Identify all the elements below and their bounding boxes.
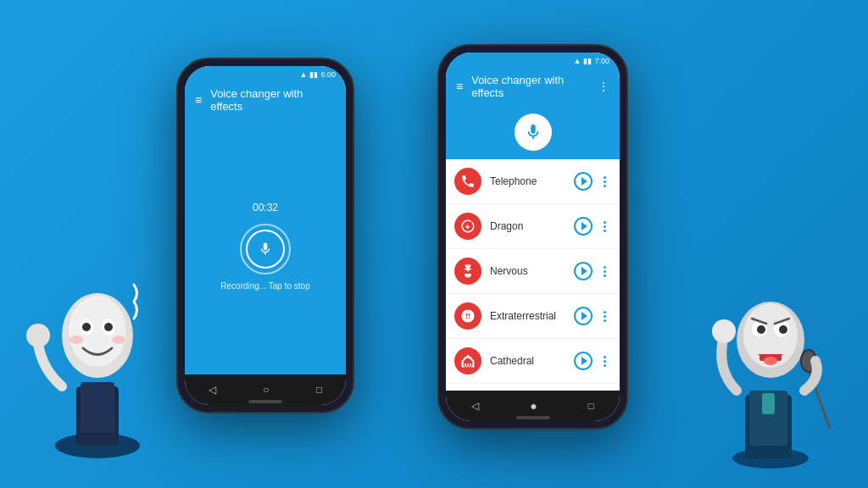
effect-icon-cathedral [454, 347, 481, 374]
effect-item-telephone[interactable]: Telephone [446, 159, 620, 204]
status-icons-1: ▲▮▮ 6:00 [300, 70, 336, 79]
effect-item-dragon[interactable]: Dragon [446, 204, 620, 249]
cathedral-icon [460, 353, 476, 369]
time-2: 7:00 [594, 57, 609, 65]
mic-top-icon [524, 123, 542, 141]
effect-name-extraterrestrial: Extraterrestrial [490, 310, 565, 322]
mascot-left [25, 251, 170, 463]
nav-home-1[interactable]: ○ [263, 384, 269, 396]
effect-item-cyborg[interactable]: Cyborg [446, 384, 620, 391]
app-bar-1: ≡ Voice changer with effects [185, 83, 346, 117]
mic-circle[interactable] [240, 224, 291, 274]
play-btn-extraterrestrial[interactable] [574, 307, 593, 325]
recording-status: Recording... Tap to stop [220, 281, 309, 291]
more-btn-dragon[interactable] [598, 221, 611, 232]
dragon-icon [460, 219, 476, 234]
effect-name-nervous: Nervous [490, 265, 565, 277]
effect-icon-extraterrestrial [454, 302, 481, 330]
nav-home-2[interactable]: ● [530, 399, 537, 413]
svg-rect-2 [81, 382, 114, 433]
svg-point-20 [757, 325, 765, 334]
effect-actions-cathedral [574, 352, 611, 370]
svg-point-21 [779, 325, 787, 334]
effect-icon-telephone [454, 168, 481, 195]
phone-icon [460, 174, 476, 189]
more-options-icon[interactable]: ⋮ [598, 80, 609, 93]
phone-2: ▲▮▮ 7:00 ≡ Voice changer with effects ⋮ [437, 44, 628, 430]
more-btn-telephone[interactable] [598, 176, 611, 187]
effect-item-cathedral[interactable]: Cathedral [446, 339, 620, 384]
mic-top-section [446, 103, 620, 159]
effect-icon-dragon [454, 213, 481, 240]
play-btn-cathedral[interactable] [574, 352, 593, 370]
status-bar-2: ▲▮▮ 7:00 [446, 53, 620, 69]
more-btn-nervous[interactable] [598, 266, 611, 277]
recording-screen: 00:32 Recording... Tap to stop [185, 117, 346, 374]
speaker-2 [516, 416, 550, 419]
svg-point-11 [26, 324, 50, 347]
effect-actions-nervous [574, 262, 611, 280]
nav-recents-2[interactable]: □ [588, 400, 594, 412]
play-btn-telephone[interactable] [574, 172, 593, 191]
speaker-1 [248, 400, 282, 403]
app-title-2: Voice changer with effects [471, 74, 589, 99]
svg-rect-15 [762, 393, 775, 414]
svg-point-4 [69, 296, 126, 367]
phone-1: ▲▮▮ 6:00 ≡ Voice changer with effects 00… [176, 58, 354, 413]
effect-actions-dragon [574, 217, 611, 236]
play-btn-dragon[interactable] [574, 217, 593, 236]
svg-point-29 [712, 319, 736, 343]
mic-top-circle[interactable] [515, 114, 552, 151]
nav-back-1[interactable]: ◁ [209, 384, 216, 396]
svg-point-10 [112, 336, 125, 344]
mic-icon [258, 241, 273, 257]
svg-point-8 [104, 323, 113, 331]
play-btn-nervous[interactable] [574, 262, 593, 280]
effect-item-extraterrestrial[interactable]: Extraterrestrial [446, 294, 620, 339]
effect-actions-telephone [574, 172, 611, 191]
effect-actions-extraterrestrial [574, 307, 611, 325]
menu-icon-1[interactable]: ≡ [195, 93, 202, 107]
mascot-right [698, 259, 843, 471]
alien-icon [460, 308, 476, 324]
svg-point-7 [82, 323, 91, 331]
more-btn-extraterrestrial[interactable] [598, 311, 611, 322]
effect-icon-nervous [454, 258, 481, 285]
mic-circle-inner [246, 230, 285, 269]
effects-list: Telephone Dragon [446, 159, 620, 391]
effect-name-cathedral: Cathedral [490, 355, 565, 367]
nav-recents-1[interactable]: □ [316, 384, 322, 396]
effect-name-telephone: Telephone [490, 175, 565, 187]
recording-timer: 00:32 [253, 202, 278, 214]
effect-name-dragon: Dragon [490, 220, 565, 232]
app-bar-2: ≡ Voice changer with effects ⋮ [446, 69, 620, 103]
time-1: 6:00 [320, 70, 336, 79]
status-bar-1: ▲▮▮ 6:00 [185, 66, 346, 83]
svg-point-25 [764, 357, 777, 365]
svg-point-9 [70, 336, 83, 344]
nervous-icon [460, 263, 476, 279]
effect-item-nervous[interactable]: Nervous [446, 249, 620, 294]
more-btn-cathedral[interactable] [598, 356, 611, 367]
menu-icon-2[interactable]: ≡ [456, 80, 463, 93]
app-title-1: Voice changer with effects [210, 87, 336, 113]
nav-back-2[interactable]: ◁ [471, 400, 479, 412]
status-icons-2: ▲▮▮ 7:00 [574, 57, 609, 65]
